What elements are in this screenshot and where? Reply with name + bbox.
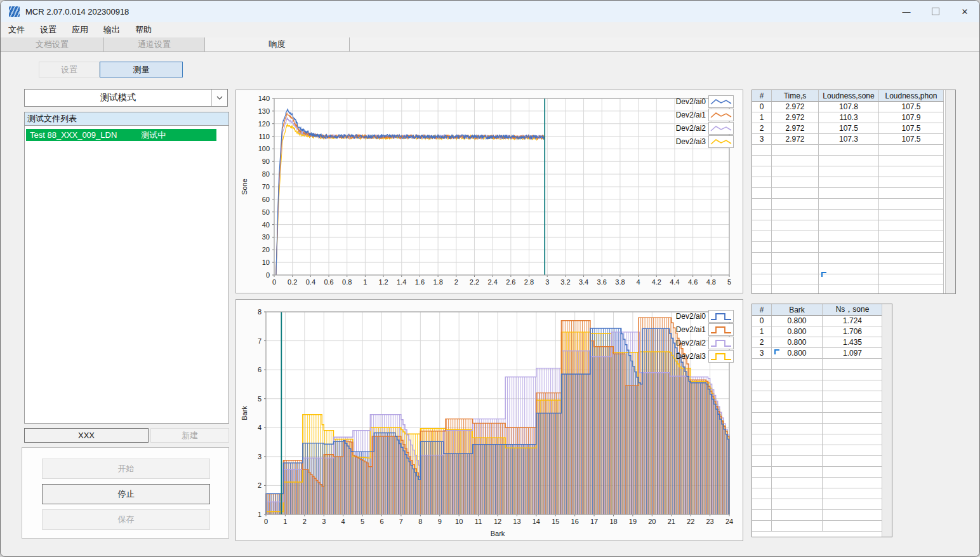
legend-entry-Dev2/ai0[interactable]: Dev2/ai0	[663, 310, 734, 323]
legend-entry-Dev2/ai1[interactable]: Dev2/ai1	[663, 109, 734, 121]
table-empty-row[interactable]	[752, 359, 883, 370]
x-tick-label: 18	[609, 518, 617, 525]
table-row[interactable]: 30.8001.097	[752, 348, 883, 359]
column-header: #	[752, 90, 772, 102]
legend-entry-Dev2/ai1[interactable]: Dev2/ai1	[663, 323, 734, 336]
table-empty-row[interactable]	[752, 456, 883, 467]
legend-entry-Dev2/ai3[interactable]: Dev2/ai3	[663, 350, 734, 363]
menu-item-file[interactable]: 文件	[1, 22, 32, 37]
table-cell	[752, 156, 772, 166]
line-sample-icon[interactable]	[708, 122, 734, 135]
menu-item-output[interactable]: 输出	[96, 22, 128, 37]
table-empty-row[interactable]	[752, 467, 883, 478]
legend-entry-Dev2/ai2[interactable]: Dev2/ai2	[663, 122, 734, 135]
table-row[interactable]: 20.8001.435	[752, 337, 883, 348]
table-empty-row[interactable]	[752, 166, 944, 177]
x-tick-label: 2.2	[470, 278, 479, 286]
file-list[interactable]: Test 88_XXX_009_LDN 测试中	[24, 125, 229, 424]
table-empty-row[interactable]	[752, 521, 883, 532]
y-tick-label: 60	[262, 196, 270, 203]
table-empty-row[interactable]	[752, 145, 944, 156]
menu-item-apply[interactable]: 应用	[64, 22, 96, 37]
table-empty-row[interactable]	[752, 424, 883, 434]
menu-item-help[interactable]: 帮助	[128, 22, 159, 37]
table-empty-row[interactable]	[752, 177, 944, 188]
legend-entry-Dev2/ai2[interactable]: Dev2/ai2	[663, 337, 734, 349]
table-empty-row[interactable]	[752, 402, 883, 413]
table-row[interactable]: 22.972107.5107.5	[752, 123, 944, 134]
start-button[interactable]: 开始	[42, 459, 210, 479]
save-button[interactable]: 保存	[42, 509, 210, 530]
loudness-table[interactable]: #Time,sLoudness,soneLoudness,phon02.9721…	[752, 90, 956, 294]
x-tick-label: 2.4	[488, 278, 498, 286]
table-row[interactable]: 02.972107.8107.5	[752, 102, 944, 112]
table-empty-row[interactable]	[752, 210, 944, 220]
x-tick-label: 2.8	[524, 278, 534, 286]
ns-table[interactable]: #BarkNs，sone00.8001.72410.8001.70620.800…	[752, 304, 892, 537]
close-button[interactable]: ✕	[950, 1, 979, 22]
x-tick-label: 14	[533, 518, 540, 525]
ns-table-scrollbar[interactable]	[882, 304, 892, 537]
table-empty-row[interactable]	[752, 380, 883, 391]
menu-item-settings[interactable]: 设置	[32, 22, 64, 37]
table-cell	[772, 467, 823, 478]
line-sample-icon[interactable]	[708, 109, 734, 121]
subtab-settings[interactable]: 设置	[39, 62, 100, 77]
table-empty-row[interactable]	[752, 434, 883, 445]
table-cell	[879, 285, 944, 294]
table-empty-row[interactable]	[752, 413, 883, 424]
step-sample-icon[interactable]	[708, 323, 734, 336]
table-empty-row[interactable]	[752, 499, 883, 510]
table-empty-row[interactable]	[752, 285, 944, 294]
tab-document-settings[interactable]: 文档设置	[1, 37, 104, 51]
maximize-button[interactable]	[921, 1, 950, 22]
tab-channel-settings[interactable]: 通道设置	[104, 37, 205, 51]
table-row[interactable]: 32.972107.3107.5	[752, 134, 944, 145]
tab-loudness[interactable]: 响度	[205, 37, 350, 51]
test-mode-select[interactable]: 测试模式	[24, 89, 228, 107]
specific-loudness-chart[interactable]: 0123456789101112131415161718192021222324…	[235, 299, 743, 541]
subtab-measure[interactable]: 测量	[100, 62, 183, 77]
table-empty-row[interactable]	[752, 253, 944, 264]
table-row[interactable]: 00.8001.724	[752, 316, 883, 326]
minimize-button[interactable]: —	[892, 1, 921, 22]
table-cell	[772, 274, 819, 285]
stop-button[interactable]: 停止	[42, 484, 210, 504]
table-empty-row[interactable]	[752, 488, 883, 499]
step-sample-icon[interactable]	[708, 310, 734, 323]
line-sample-icon[interactable]	[708, 95, 734, 108]
table-empty-row[interactable]	[752, 156, 944, 166]
table-empty-row[interactable]	[752, 242, 944, 253]
table-empty-row[interactable]	[752, 188, 944, 199]
table-empty-row[interactable]	[752, 370, 883, 380]
table-empty-row[interactable]	[752, 220, 944, 231]
loudness-table-scrollbar[interactable]	[945, 90, 955, 293]
table-empty-row[interactable]	[752, 391, 883, 402]
table-cell	[772, 231, 819, 242]
chevron-down-icon[interactable]	[211, 90, 227, 106]
line-sample-icon[interactable]	[708, 135, 734, 148]
cell-selection-mark	[821, 272, 826, 277]
table-empty-row[interactable]	[752, 478, 883, 488]
table-row[interactable]: 12.972110.3107.9	[752, 112, 944, 123]
table-empty-row[interactable]	[752, 445, 883, 456]
new-button[interactable]: 新建	[150, 428, 229, 443]
table-empty-row[interactable]	[752, 510, 883, 521]
loudness-time-chart[interactable]: 00.20.40.60.811.21.41.61.822.22.42.62.83…	[235, 90, 743, 293]
step-sample-icon[interactable]	[708, 350, 734, 363]
table-cell	[879, 231, 944, 242]
column-header: Loudness,phon	[879, 90, 944, 102]
table-empty-row[interactable]	[752, 231, 944, 242]
table-cell	[752, 285, 772, 294]
table-empty-row[interactable]	[752, 264, 944, 274]
legend-entry-Dev2/ai3[interactable]: Dev2/ai3	[663, 135, 734, 148]
table-row[interactable]: 10.8001.706	[752, 326, 883, 337]
x-tick-label: 11	[475, 518, 482, 525]
step-sample-icon[interactable]	[708, 337, 734, 349]
xxx-button[interactable]: XXX	[24, 428, 149, 443]
file-list-item-running[interactable]: Test 88_XXX_009_LDN 测试中	[26, 129, 216, 141]
column-header: Bark	[772, 304, 823, 316]
legend-entry-Dev2/ai0[interactable]: Dev2/ai0	[663, 95, 734, 108]
table-empty-row[interactable]	[752, 274, 944, 285]
table-empty-row[interactable]	[752, 199, 944, 210]
